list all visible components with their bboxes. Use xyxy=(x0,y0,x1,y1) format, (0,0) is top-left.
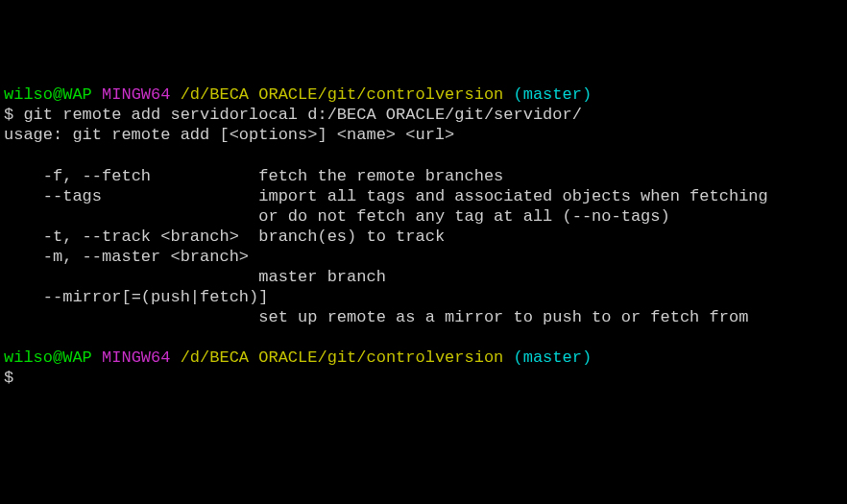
prompt-dollar: $ xyxy=(4,106,23,124)
output-notags: or do not fetch any tag at all (--no-tag… xyxy=(4,207,670,226)
output-mirror-opt: --mirror[=(push|fetch)] xyxy=(4,288,268,306)
output-tags-opt: --tags import all tags and associated ob… xyxy=(4,187,768,205)
user-host: wilso@WAP xyxy=(4,85,92,104)
output-master-opt: -m, --master <branch> xyxy=(4,248,249,266)
shell-env: MINGW64 xyxy=(102,348,170,367)
git-branch: (master) xyxy=(514,85,593,104)
cwd-path: /d/BECA ORACLE/git/controlversion xyxy=(181,85,504,104)
git-branch: (master) xyxy=(514,348,593,367)
output-usage: usage: git remote add [<options>] <name>… xyxy=(4,126,454,144)
command-text: git remote add servidorlocal d:/BECA ORA… xyxy=(23,106,582,124)
output-fetch-opt: -f, --fetch fetch the remote branches xyxy=(4,167,503,185)
cwd-path: /d/BECA ORACLE/git/controlversion xyxy=(181,348,504,367)
command-line-2[interactable]: $ xyxy=(4,369,33,387)
prompt-line-1: wilso@WAP MINGW64 /d/BECA ORACLE/git/con… xyxy=(4,85,592,104)
user-host: wilso@WAP xyxy=(4,348,92,367)
output-master-desc: master branch xyxy=(4,268,386,286)
output-mirror-desc: set up remote as a mirror to push to or … xyxy=(4,308,748,326)
output-track-opt: -t, --track <branch> branch(es) to track xyxy=(4,228,445,246)
shell-env: MINGW64 xyxy=(102,85,170,104)
prompt-dollar: $ xyxy=(4,369,23,387)
command-line-1[interactable]: $ git remote add servidorlocal d:/BECA O… xyxy=(4,106,582,124)
prompt-line-2: wilso@WAP MINGW64 /d/BECA ORACLE/git/con… xyxy=(4,348,592,367)
cursor xyxy=(23,370,33,387)
